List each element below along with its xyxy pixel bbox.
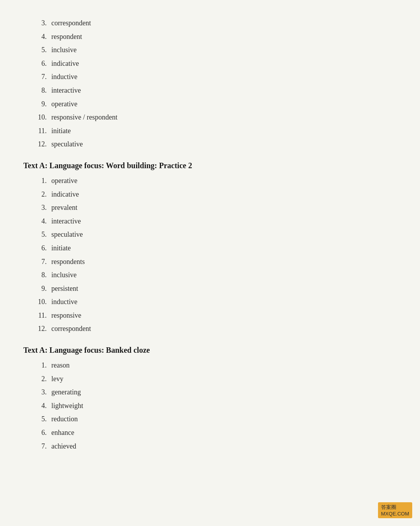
item-text: levy [51, 373, 63, 385]
list-item: 3. prevalent [31, 202, 397, 214]
item-number: 8. [31, 269, 47, 281]
section3-title: Text A: Language focus: Banked cloze [23, 346, 397, 355]
item-number: 12. [31, 138, 47, 150]
item-text: inductive [51, 71, 77, 83]
item-text: lightweight [51, 400, 83, 412]
item-number: 12. [31, 323, 47, 335]
item-number: 10. [31, 296, 47, 308]
item-text: inclusive [51, 269, 77, 281]
item-text: inductive [51, 296, 77, 308]
item-text: reason [51, 359, 70, 371]
list-item: 12. speculative [31, 138, 397, 150]
list-item: 5. inclusive [31, 44, 397, 56]
item-number: 11. [31, 125, 47, 137]
item-text: persistent [51, 283, 78, 295]
list-item: 7. inductive [31, 71, 397, 83]
list-item: 5. speculative [31, 229, 397, 241]
item-number: 4. [31, 400, 47, 412]
item-number: 3. [31, 17, 47, 29]
item-number: 1. [31, 359, 47, 371]
item-number: 6. [31, 427, 47, 439]
item-number: 9. [31, 98, 47, 110]
section2-list: 1. operative 2. indicative 3. prevalent … [31, 175, 397, 335]
list-item: 2. levy [31, 373, 397, 385]
item-text: respondents [51, 256, 85, 268]
list-item: 9. persistent [31, 283, 397, 295]
item-number: 9. [31, 283, 47, 295]
item-text: indicative [51, 188, 79, 201]
list-item: 8. interactive [31, 84, 397, 97]
item-number: 7. [31, 256, 47, 268]
list-item: 10. inductive [31, 296, 397, 308]
item-text: initiate [51, 125, 71, 137]
list-item: 4. interactive [31, 215, 397, 227]
item-text: inclusive [51, 44, 77, 56]
item-number: 3. [31, 386, 47, 398]
list-item: 11. initiate [31, 125, 397, 137]
item-text: achieved [51, 440, 76, 452]
item-text: correspondent [51, 17, 91, 29]
item-text: operative [51, 175, 77, 187]
item-text: prevalent [51, 202, 77, 214]
list-item: 1. operative [31, 175, 397, 187]
item-number: 4. [31, 31, 47, 43]
item-text: interactive [51, 84, 81, 97]
watermark: 答案圈 MXQE.COM [378, 502, 412, 518]
list-item: 12. correspondent [31, 323, 397, 335]
item-text: speculative [51, 229, 83, 241]
list-item: 10. responsive / respondent [31, 111, 397, 123]
section3-list: 1. reason 2. levy 3. generating 4. light… [31, 359, 397, 452]
section1-list: 3. correspondent 4. respondent 5. inclus… [31, 17, 397, 150]
item-number: 11. [31, 310, 47, 322]
item-number: 3. [31, 202, 47, 214]
item-number: 7. [31, 440, 47, 452]
list-item: 1. reason [31, 359, 397, 371]
list-item: 8. inclusive [31, 269, 397, 281]
item-text: indicative [51, 58, 79, 70]
list-item: 3. generating [31, 386, 397, 398]
item-number: 5. [31, 44, 47, 56]
item-text: responsive [51, 310, 81, 322]
item-number: 2. [31, 373, 47, 385]
list-item: 5. reduction [31, 413, 397, 425]
list-item: 7. respondents [31, 256, 397, 268]
list-item: 6. indicative [31, 58, 397, 70]
item-text: responsive / respondent [51, 111, 117, 123]
list-item: 6. initiate [31, 242, 397, 254]
watermark-line2: MXQE.COM [381, 511, 409, 517]
list-item: 6. enhance [31, 427, 397, 439]
list-item: 7. achieved [31, 440, 397, 452]
list-item: 11. responsive [31, 310, 397, 322]
item-text: correspondent [51, 323, 91, 335]
section2-title: Text A: Language focus: Word building: P… [23, 161, 397, 170]
item-text: enhance [51, 427, 74, 439]
item-number: 10. [31, 111, 47, 123]
item-number: 2. [31, 188, 47, 201]
item-number: 6. [31, 58, 47, 70]
item-text: speculative [51, 138, 83, 150]
list-item: 2. indicative [31, 188, 397, 201]
item-number: 7. [31, 71, 47, 83]
list-item: 9. operative [31, 98, 397, 110]
item-text: generating [51, 386, 81, 398]
item-number: 1. [31, 175, 47, 187]
item-number: 5. [31, 229, 47, 241]
list-item: 3. correspondent [31, 17, 397, 29]
item-number: 8. [31, 84, 47, 97]
item-number: 4. [31, 215, 47, 227]
item-number: 5. [31, 413, 47, 425]
list-item: 4. lightweight [31, 400, 397, 412]
item-text: operative [51, 98, 77, 110]
item-number: 6. [31, 242, 47, 254]
watermark-line1: 答案圈 [381, 504, 409, 511]
list-item: 4. respondent [31, 31, 397, 43]
item-text: initiate [51, 242, 71, 254]
item-text: interactive [51, 215, 81, 227]
item-text: respondent [51, 31, 82, 43]
item-text: reduction [51, 413, 78, 425]
